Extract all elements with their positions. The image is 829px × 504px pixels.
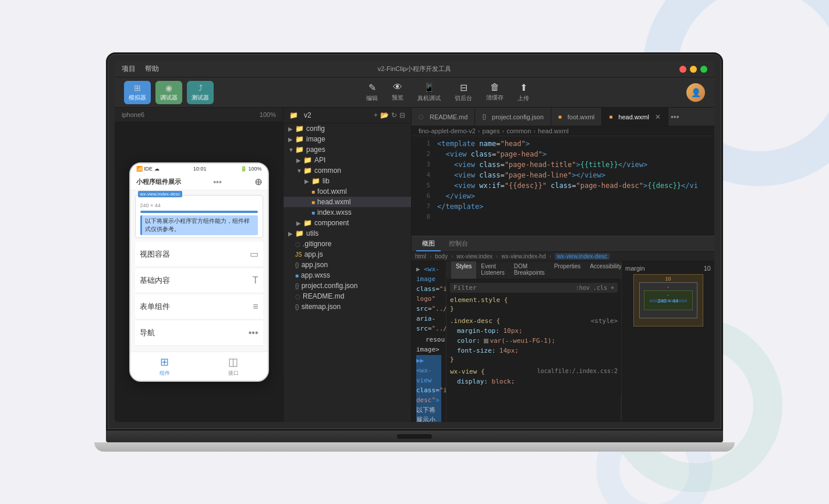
window-max-btn[interactable] [700, 66, 707, 73]
window-min-btn[interactable] [690, 66, 697, 73]
tree-lib[interactable]: ▶ 📁 lib [284, 176, 411, 186]
sel-wx-view-index[interactable]: wx-view.index [456, 253, 493, 260]
breadcrumb: fino-applet-demo-v2 › pages › common › h… [412, 126, 714, 136]
tree-gitignore[interactable]: ◌ .gitignore [284, 239, 411, 249]
line-num-2: 2 [416, 149, 430, 159]
tree-component[interactable]: ▶ 📁 component [284, 218, 411, 228]
phone-expand-icon[interactable]: ⊕ [254, 176, 262, 187]
folder-icon-image: 📁 [295, 135, 304, 143]
phone-tab-component[interactable]: ⊞ 组件 [130, 356, 199, 377]
tree-image[interactable]: ▶ 📁 image [284, 134, 411, 144]
tree-label-sitemap: sitemap.json [302, 303, 341, 311]
tab-foot-wxml[interactable]: ■ foot.wxml [551, 108, 603, 126]
properties-tab[interactable]: Properties [550, 261, 586, 279]
tree-foot-wxml[interactable]: ■ foot.wxml [284, 186, 411, 197]
sel-html[interactable]: html [415, 253, 426, 260]
desc-box: wx-view.index-desc 240 × 44 以下将展示小程序官方组件… [135, 195, 263, 238]
desc-label: wx-view.index-desc [138, 191, 183, 197]
bottom-tab-console[interactable]: 控制台 [443, 237, 474, 251]
dt-line-3[interactable]: ▶▶ <wx-view class="index-desc">以下将展示小程序官… [416, 355, 441, 422]
style-block-element: element.style { } [450, 296, 618, 313]
edit-action[interactable]: ✎ 编辑 [366, 82, 378, 102]
file-icon-app-wxss: ■ [295, 272, 299, 279]
menu-help[interactable]: 帮助 [145, 64, 159, 74]
nav-item-view-container[interactable]: 视图容器 ▭ [135, 242, 263, 267]
tree-config[interactable]: ▶ 📁 config [284, 123, 411, 134]
new-folder-icon[interactable]: 📂 [380, 111, 389, 119]
laptop-screen-housing: 项目 帮助 v2-FinClip小程序开发工具 ⊞ 模拟器 [106, 52, 723, 431]
tree-label-app-wxss: app.wxss [301, 271, 330, 279]
tree-utils[interactable]: ▶ 📁 utils [284, 228, 411, 239]
html-panel: ▶ <wx-image class="index-logo" src="../r… [412, 261, 447, 422]
phone-content: wx-view.index-desc 240 × 44 以下将展示小程序官方组件… [130, 190, 268, 352]
phone-tab-api[interactable]: ◫ 接口 [199, 356, 268, 377]
head-wxml-tab-label: head.wxml [618, 113, 649, 120]
dom-breakpoints-tab[interactable]: DOM Breakpoints [509, 261, 550, 279]
tree-app-wxss[interactable]: ■ app.wxss [284, 270, 411, 281]
code-line-8: 8 [412, 212, 714, 222]
element-style-close: } [450, 305, 618, 313]
folder-icon-utils: 📁 [295, 229, 304, 237]
background-action[interactable]: ⊟ 切后台 [455, 82, 472, 102]
refresh-icon[interactable]: ↻ [391, 111, 397, 119]
styles-filter: Filter :hov .cls + [450, 283, 618, 293]
sel-body[interactable]: body [435, 253, 448, 260]
clear-cache-icon: 🗑 [490, 82, 499, 93]
nav-item-nav[interactable]: 导航 ••• [135, 321, 263, 346]
box-model-visual: 10 - - [633, 274, 703, 326]
tab-head-wxml[interactable]: ■ head.wxml ✕ [602, 108, 668, 126]
phone-title-bar: 小程序组件展示 ••• ⊕ [130, 174, 268, 190]
tree-app-json[interactable]: {} app.json [284, 260, 411, 270]
tree-sitemap[interactable]: {} sitemap.json [284, 301, 411, 312]
code-editor[interactable]: 1 <template name="head"> 2 <view class="… [412, 136, 714, 236]
index-desc-selector: .index-desc { [450, 317, 500, 325]
tree-api[interactable]: ▶ 📁 API [284, 155, 411, 165]
style-color: color: var(--weui-FG-1); [457, 336, 618, 346]
app-title: v2-FinClip小程序开发工具 [378, 65, 452, 73]
tree-common[interactable]: ▼ 📁 common [284, 165, 411, 176]
sel-wx-view-index-hd[interactable]: wx-view.index-hd [501, 253, 545, 260]
file-icon-project-config: {} [295, 283, 299, 289]
tree-pages[interactable]: ▼ 📁 pages [284, 144, 411, 155]
nav-item-basic[interactable]: 基础内容 T [135, 268, 263, 293]
more-tabs-icon[interactable]: ••• [671, 112, 679, 122]
project-config-tab-icon: {} [482, 113, 486, 120]
wx-view-source[interactable]: localfile:/.index.css:2 [537, 368, 618, 377]
new-file-icon[interactable]: + [374, 111, 378, 119]
nav-label-form: 表单组件 [140, 301, 170, 312]
preview-action[interactable]: 👁 预览 [392, 82, 403, 102]
file-tree: 📁 v2 + 📂 ↻ ⊟ ▶ 📁 [284, 108, 412, 422]
tester-btn[interactable]: ⤴ 测试器 [187, 81, 214, 104]
event-listeners-tab[interactable]: Event Listeners [476, 261, 509, 279]
tree-project-config[interactable]: {} project.config.json [284, 281, 411, 291]
simulator-btn[interactable]: ⊞ 模拟器 [124, 81, 151, 104]
menu-project[interactable]: 项目 [122, 64, 136, 74]
tree-readme[interactable]: ◌ README.md [284, 291, 411, 301]
accessibility-tab[interactable]: Accessibility [585, 261, 626, 279]
tab-readme[interactable]: ◌ README.md [412, 108, 475, 126]
phone-title-dots[interactable]: ••• [213, 178, 222, 187]
tab-project-config[interactable]: {} project.config.json [475, 108, 551, 126]
nav-item-form[interactable]: 表单组件 ≡ [135, 294, 263, 320]
upload-icon: ⬆ [520, 82, 527, 93]
style-display: display: block; [457, 377, 618, 386]
styles-tab[interactable]: Styles [451, 261, 476, 279]
pseudo-selector[interactable]: :hov .cls + [576, 285, 614, 291]
debugger-btn[interactable]: ◉ 调试器 [155, 81, 182, 104]
collapse-icon[interactable]: ⊟ [399, 111, 405, 119]
user-avatar[interactable]: 👤 [686, 83, 705, 102]
sel-wx-view-index-desc[interactable]: wx-view.index-desc [555, 253, 610, 260]
bottom-tab-overview[interactable]: 概图 [416, 237, 441, 251]
upload-action[interactable]: ⬆ 上传 [518, 82, 529, 102]
clear-cache-action[interactable]: 🗑 清缓存 [486, 82, 504, 102]
tree-head-wxml[interactable]: ■ head.wxml [284, 197, 411, 207]
background-label: 切后台 [455, 94, 472, 102]
tree-app-js[interactable]: JS app.js [284, 249, 411, 260]
device-debug-action[interactable]: 📱 真机调试 [417, 82, 441, 102]
toolbar-right: 👤 [682, 83, 705, 102]
head-wxml-tab-close[interactable]: ✕ [655, 113, 661, 121]
toolbar: ⊞ 模拟器 ◉ 调试器 ⤴ 测试器 [115, 77, 714, 108]
arrow-utils: ▶ [288, 230, 295, 237]
tree-index-wxss[interactable]: ■ index.wxss [284, 207, 411, 218]
window-close-btn[interactable] [679, 66, 686, 73]
